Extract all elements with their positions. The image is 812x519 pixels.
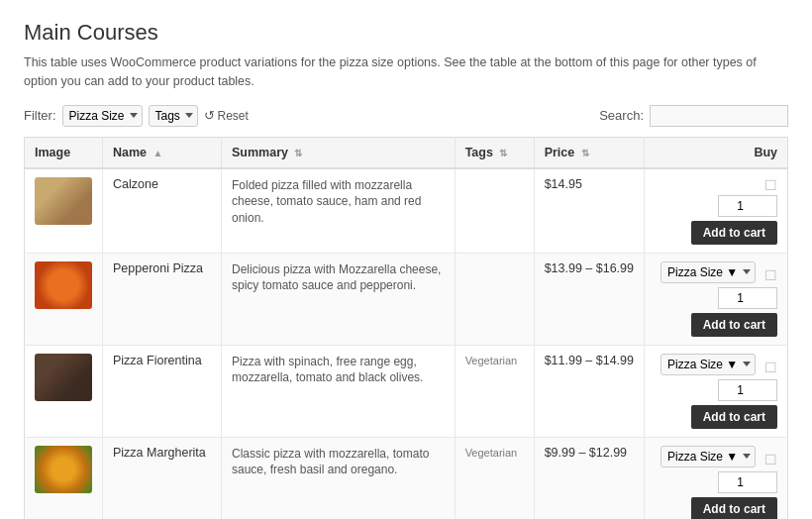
product-price-calzone: $14.95 <box>534 168 644 254</box>
product-summary-pizza-fiorentina: Pizza with spinach, free range egg, mozz… <box>222 345 456 437</box>
tag-badge: Vegetarian <box>465 355 518 366</box>
product-tags-pizza-fiorentina: Vegetarian <box>455 345 534 437</box>
search-input[interactable] <box>650 105 788 127</box>
add-to-cart-button-pepperoni-pizza[interactable]: Add to cart <box>691 313 777 337</box>
pizza-size-select-pizza-fiorentina[interactable]: Pizza Size ▼ <box>660 354 756 375</box>
sort-arrow-summary: ⇅ <box>294 148 302 158</box>
qty-input-pizza-margherita[interactable] <box>718 471 777 493</box>
tag-badge: Vegetarian <box>465 447 518 459</box>
col-header-tags[interactable]: Tags ⇅ <box>455 137 534 168</box>
wishlist-icon-calzone[interactable]: ☐ <box>763 177 777 191</box>
product-buy-calzone: ☐Add to cart <box>645 168 788 254</box>
pizza-size-select-pepperoni-pizza[interactable]: Pizza Size ▼ <box>660 261 756 283</box>
table-row: Pizza FiorentinaPizza with spinach, free… <box>25 345 788 437</box>
product-summary-calzone: Folded pizza filled with mozzarella chee… <box>222 168 456 254</box>
table-row: Pepperoni PizzaDelicious pizza with Mozz… <box>25 253 788 345</box>
product-name-pepperoni-pizza: Pepperoni Pizza <box>103 253 222 345</box>
col-header-summary[interactable]: Summary ⇅ <box>222 137 456 168</box>
pizza-size-select-pizza-margherita[interactable]: Pizza Size ▼ <box>660 446 756 467</box>
product-name-calzone: Calzone <box>103 168 222 254</box>
product-image-pizza-margherita <box>35 446 92 493</box>
product-image-cell-calzone <box>25 168 103 254</box>
col-header-price[interactable]: Price ⇅ <box>534 137 644 168</box>
product-image-pizza-fiorentina <box>35 354 92 401</box>
add-to-cart-button-pizza-margherita[interactable]: Add to cart <box>691 497 777 520</box>
product-price-pepperoni-pizza: $13.99 – $16.99 <box>534 253 644 345</box>
product-summary-pepperoni-pizza: Delicious pizza with Mozzarella cheese, … <box>222 253 456 345</box>
sort-arrow-price: ⇅ <box>581 148 589 158</box>
sort-arrow-tags: ⇅ <box>499 148 507 158</box>
product-buy-pizza-fiorentina: Pizza Size ▼☐Add to cart <box>645 345 788 437</box>
product-name-pizza-margherita: Pizza Margherita <box>103 437 222 519</box>
toolbar-left: Filter: Pizza Size Tags ↺ Reset <box>24 105 593 127</box>
sort-arrow-name: ▲ <box>153 148 163 158</box>
product-image-pepperoni-pizza <box>35 261 92 309</box>
col-header-name[interactable]: Name ▲ <box>103 137 222 168</box>
search-label: Search: <box>599 108 644 123</box>
product-price-pizza-fiorentina: $11.99 – $14.99 <box>534 345 644 437</box>
add-to-cart-button-pizza-fiorentina[interactable]: Add to cart <box>691 405 777 429</box>
product-image-cell-pizza-margherita <box>25 437 103 519</box>
product-image-cell-pepperoni-pizza <box>25 253 103 345</box>
tags-filter[interactable]: Tags <box>149 105 198 127</box>
product-tags-calzone <box>455 168 534 254</box>
wishlist-icon-pizza-fiorentina[interactable]: ☐ <box>763 360 777 373</box>
product-buy-pizza-margherita: Pizza Size ▼☐Add to cart <box>645 437 788 519</box>
toolbar: Filter: Pizza Size Tags ↺ Reset Search: <box>24 105 788 127</box>
qty-input-pepperoni-pizza[interactable] <box>718 287 777 309</box>
product-image-cell-pizza-fiorentina <box>25 345 103 437</box>
filter-label: Filter: <box>24 108 56 123</box>
col-header-buy: Buy <box>645 137 788 168</box>
product-buy-pepperoni-pizza: Pizza Size ▼☐Add to cart <box>645 253 788 345</box>
table-row: Pizza MargheritaClassic pizza with mozza… <box>25 437 788 519</box>
product-price-pizza-margherita: $9.99 – $12.99 <box>534 437 644 519</box>
col-header-image: Image <box>25 137 103 168</box>
products-table: Image Name ▲ Summary ⇅ Tags ⇅ Price ⇅ Bu… <box>24 137 788 520</box>
product-image-calzone <box>35 177 92 225</box>
reset-icon: ↺ <box>204 108 215 123</box>
product-summary-pizza-margherita: Classic pizza with mozzarella, tomato sa… <box>222 437 456 519</box>
product-tags-pizza-margherita: Vegetarian <box>455 437 534 519</box>
table-row: CalzoneFolded pizza filled with mozzarel… <box>25 168 788 254</box>
add-to-cart-button-calzone[interactable]: Add to cart <box>691 221 777 245</box>
product-tags-pepperoni-pizza <box>455 253 534 345</box>
wishlist-icon-pizza-margherita[interactable]: ☐ <box>763 452 777 466</box>
table-header-row: Image Name ▲ Summary ⇅ Tags ⇅ Price ⇅ Bu… <box>25 137 788 168</box>
pizza-size-filter[interactable]: Pizza Size <box>62 105 143 127</box>
page-description: This table uses WooCommerce product vari… <box>24 53 788 91</box>
toolbar-right: Search: <box>599 105 788 127</box>
wishlist-icon-pepperoni-pizza[interactable]: ☐ <box>763 267 777 281</box>
product-name-pizza-fiorentina: Pizza Fiorentina <box>103 345 222 437</box>
reset-label: Reset <box>218 109 249 123</box>
page-title: Main Courses <box>24 20 788 46</box>
reset-button[interactable]: ↺ Reset <box>204 108 249 123</box>
qty-input-pizza-fiorentina[interactable] <box>718 379 777 401</box>
qty-input-calzone[interactable] <box>718 195 777 217</box>
